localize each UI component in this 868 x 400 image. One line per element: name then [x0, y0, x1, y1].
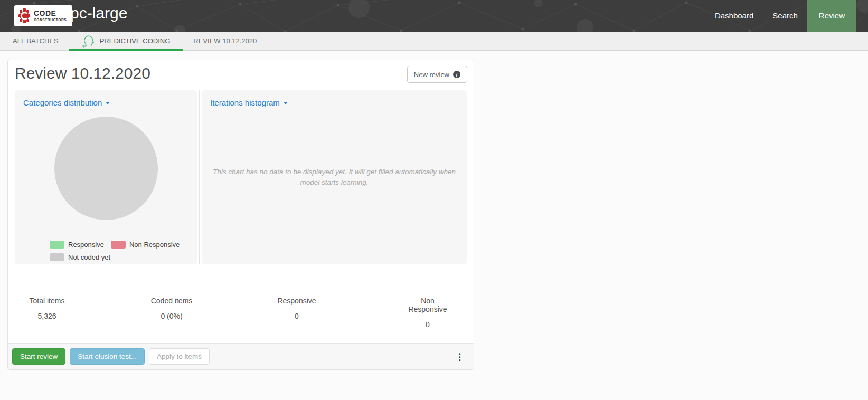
tab-predictive-coding[interactable]: ipc PREDICTIVE CODING	[69, 32, 183, 50]
main-nav: Dashboard Search Review	[705, 0, 856, 32]
app-header: CODE CONSTRUCTORS pc-large Dashboard Sea…	[0, 0, 868, 32]
stats-row: Total items 5,326 Coded items 0 (0%) Res…	[8, 297, 474, 334]
review-title: Review 10.12.2020	[15, 64, 150, 82]
project-name: pc-large	[70, 4, 127, 22]
apply-to-items-button[interactable]: Apply to items	[149, 348, 210, 365]
empty-chart-message: This chart has no data to be displayed y…	[210, 167, 459, 187]
panel-divider	[197, 90, 202, 264]
stat-responsive-value: 0	[277, 312, 316, 320]
categories-distribution-dropdown[interactable]: Categories distribution	[23, 98, 110, 107]
new-review-button-label: New review	[414, 71, 449, 79]
iterations-histogram-dropdown[interactable]: Iterations histogram	[210, 98, 288, 107]
new-review-button[interactable]: New review i	[407, 66, 467, 83]
legend-item-non-responsive: Non Responsive	[111, 241, 180, 249]
start-elusion-test-button[interactable]: Start elusion test...	[70, 348, 145, 365]
stat-responsive: Responsive 0	[277, 297, 316, 320]
chevron-down-icon	[106, 102, 110, 104]
chevron-down-icon	[284, 102, 288, 104]
legend-responsive-label: Responsive	[68, 241, 104, 249]
iterations-histogram-panel: Iterations histogram This chart has no d…	[202, 90, 467, 264]
stat-total-items-label: Total items	[30, 297, 65, 305]
start-review-button[interactable]: Start review	[12, 348, 65, 365]
kebab-menu-icon[interactable]: ⋮	[455, 352, 464, 361]
logo-line1: CODE	[34, 9, 67, 17]
nav-item-review[interactable]: Review	[807, 0, 856, 32]
company-logo-text: CODE CONSTRUCTORS	[34, 9, 67, 22]
stat-coded-items-value: 0 (0%)	[151, 312, 193, 320]
charts-area: Categories distribution Responsive Non R…	[15, 90, 467, 264]
stat-responsive-label: Responsive	[277, 297, 316, 305]
stat-non-responsive-label: Non Responsive	[405, 297, 451, 313]
categories-pie-chart	[54, 117, 158, 220]
stat-total-items-value: 5,326	[30, 312, 65, 320]
tab-review-date[interactable]: REVIEW 10.12.2020	[193, 32, 257, 50]
stat-non-responsive-value: 0	[405, 320, 451, 329]
stat-total-items: Total items 5,326	[30, 297, 65, 320]
review-card: Review 10.12.2020 New review i Categorie…	[7, 60, 474, 370]
company-logo[interactable]: CODE CONSTRUCTORS	[14, 5, 72, 26]
batch-tab-bar: ALL BATCHES ipc PREDICTIVE CODING REVIEW…	[0, 32, 868, 51]
legend-item-responsive: Responsive	[50, 241, 104, 249]
tab-all-batches[interactable]: ALL BATCHES	[13, 32, 59, 50]
stat-non-responsive: Non Responsive 0	[405, 297, 451, 329]
categories-distribution-panel: Categories distribution Responsive Non R…	[15, 90, 197, 264]
responsive-color-swatch	[50, 241, 64, 249]
stat-coded-items: Coded items 0 (0%)	[151, 297, 193, 320]
non-responsive-color-swatch	[111, 241, 126, 249]
svg-text:ipc: ipc	[82, 44, 87, 48]
iterations-histogram-title: Iterations histogram	[210, 98, 280, 107]
legend-non-responsive-label: Non Responsive	[129, 241, 180, 249]
tab-predictive-coding-label: PREDICTIVE CODING	[100, 37, 171, 45]
legend-item-not-coded: Not coded yet	[50, 253, 110, 261]
nav-item-search[interactable]: Search	[763, 0, 807, 32]
tab-review-date-label: REVIEW 10.12.2020	[193, 37, 257, 45]
tab-all-batches-label: ALL BATCHES	[13, 37, 59, 45]
legend-not-coded-label: Not coded yet	[68, 253, 110, 261]
categories-distribution-title: Categories distribution	[23, 98, 102, 107]
nav-item-dashboard[interactable]: Dashboard	[705, 0, 763, 32]
stat-coded-items-label: Coded items	[151, 297, 193, 305]
pie-legend: Responsive Non Responsive Not coded yet	[50, 241, 180, 266]
card-footer: Start review Start elusion test... Apply…	[8, 343, 474, 369]
info-icon: i	[453, 71, 460, 78]
predictive-coding-head-icon: ipc	[82, 34, 96, 48]
gear-c-logo-icon	[18, 8, 30, 24]
logo-line2: CONSTRUCTORS	[34, 18, 67, 22]
not-coded-color-swatch	[50, 253, 64, 261]
